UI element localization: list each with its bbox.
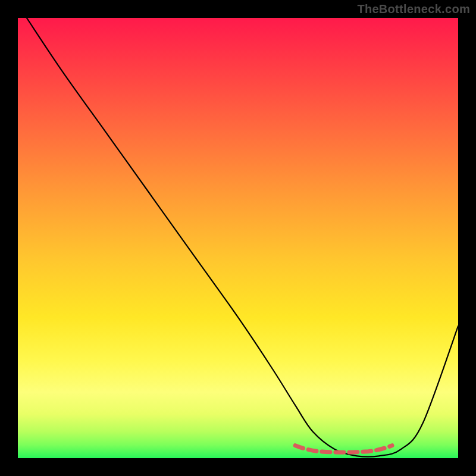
optimal-zone-marker xyxy=(18,18,458,458)
plot-area xyxy=(18,18,458,458)
chart-root: TheBottleneck.com xyxy=(0,0,476,476)
watermark-text: TheBottleneck.com xyxy=(357,2,470,16)
